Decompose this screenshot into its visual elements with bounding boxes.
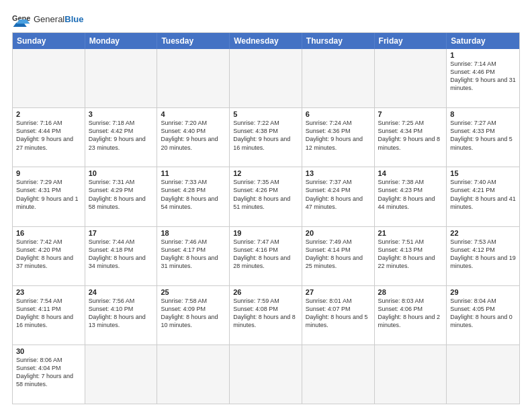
calendar-cell: 9Sunrise: 7:29 AM Sunset: 4:31 PM Daylig…: [13, 167, 85, 226]
calendar-cell: [447, 345, 519, 404]
generalblue-logo-icon: General: [12, 12, 31, 27]
day-number: 14: [378, 169, 443, 177]
day-info: Sunrise: 7:27 AM Sunset: 4:33 PM Dayligh…: [450, 119, 516, 152]
calendar-cell: 13Sunrise: 7:37 AM Sunset: 4:24 PM Dayli…: [302, 167, 375, 226]
day-info: Sunrise: 8:01 AM Sunset: 4:07 PM Dayligh…: [306, 297, 371, 330]
day-info: Sunrise: 7:37 AM Sunset: 4:24 PM Dayligh…: [306, 178, 371, 211]
day-info: Sunrise: 7:24 AM Sunset: 4:36 PM Dayligh…: [306, 119, 371, 152]
day-number: 6: [306, 110, 371, 118]
day-number: 18: [161, 229, 226, 237]
day-number: 8: [450, 110, 516, 118]
day-of-week-saturday: Saturday: [447, 33, 519, 49]
day-number: 16: [16, 229, 81, 237]
day-number: 22: [450, 229, 516, 237]
calendar-cell: [85, 49, 158, 107]
calendar-row-4: 16Sunrise: 7:42 AM Sunset: 4:20 PM Dayli…: [13, 226, 519, 285]
day-info: Sunrise: 7:49 AM Sunset: 4:14 PM Dayligh…: [306, 238, 371, 271]
day-of-week-friday: Friday: [375, 33, 447, 49]
calendar-row-3: 9Sunrise: 7:29 AM Sunset: 4:31 PM Daylig…: [13, 167, 519, 226]
calendar-cell: 28Sunrise: 8:03 AM Sunset: 4:06 PM Dayli…: [375, 286, 447, 345]
day-info: Sunrise: 8:06 AM Sunset: 4:04 PM Dayligh…: [16, 356, 81, 389]
day-info: Sunrise: 7:47 AM Sunset: 4:16 PM Dayligh…: [233, 238, 298, 271]
calendar-cell: 6Sunrise: 7:24 AM Sunset: 4:36 PM Daylig…: [302, 108, 375, 167]
calendar-row-2: 2Sunrise: 7:16 AM Sunset: 4:44 PM Daylig…: [13, 107, 519, 167]
day-info: Sunrise: 7:38 AM Sunset: 4:23 PM Dayligh…: [378, 178, 443, 211]
day-info: Sunrise: 7:18 AM Sunset: 4:42 PM Dayligh…: [89, 119, 154, 152]
day-number: 3: [89, 110, 154, 118]
calendar-cell: 8Sunrise: 7:27 AM Sunset: 4:33 PM Daylig…: [447, 108, 519, 167]
day-info: Sunrise: 8:04 AM Sunset: 4:05 PM Dayligh…: [450, 297, 516, 330]
day-number: 30: [16, 347, 81, 355]
calendar-cell: 5Sunrise: 7:22 AM Sunset: 4:38 PM Daylig…: [230, 108, 302, 167]
calendar-cell: [157, 345, 230, 404]
calendar-cell: 20Sunrise: 7:49 AM Sunset: 4:14 PM Dayli…: [302, 227, 375, 285]
day-number: 28: [378, 288, 443, 296]
day-number: 12: [233, 169, 298, 177]
day-info: Sunrise: 7:14 AM Sunset: 4:46 PM Dayligh…: [450, 60, 516, 93]
calendar-cell: 25Sunrise: 7:58 AM Sunset: 4:09 PM Dayli…: [157, 286, 230, 345]
calendar-cell: 26Sunrise: 7:59 AM Sunset: 4:08 PM Dayli…: [230, 286, 302, 345]
calendar-cell: [13, 49, 85, 107]
calendar-page: General GeneralBlue SundayMondayTuesdayW…: [0, 0, 532, 411]
calendar-cell: 17Sunrise: 7:44 AM Sunset: 4:18 PM Dayli…: [85, 227, 158, 285]
calendar-row-6: 30Sunrise: 8:06 AM Sunset: 4:04 PM Dayli…: [13, 345, 519, 404]
logo-general: General: [34, 14, 64, 24]
day-number: 21: [378, 229, 443, 237]
calendar-cell: [302, 49, 375, 107]
logo: General GeneralBlue: [12, 12, 83, 27]
calendar-cell: 18Sunrise: 7:46 AM Sunset: 4:17 PM Dayli…: [157, 227, 230, 285]
calendar-row-1: 1Sunrise: 7:14 AM Sunset: 4:46 PM Daylig…: [13, 49, 519, 107]
day-info: Sunrise: 7:22 AM Sunset: 4:38 PM Dayligh…: [233, 119, 298, 152]
day-number: 11: [161, 169, 226, 177]
day-info: Sunrise: 7:33 AM Sunset: 4:28 PM Dayligh…: [161, 178, 226, 211]
calendar-cell: 10Sunrise: 7:31 AM Sunset: 4:29 PM Dayli…: [85, 167, 158, 226]
day-info: Sunrise: 7:51 AM Sunset: 4:13 PM Dayligh…: [378, 238, 443, 271]
day-number: 5: [233, 110, 298, 118]
calendar-cell: 29Sunrise: 8:04 AM Sunset: 4:05 PM Dayli…: [447, 286, 519, 345]
calendar-cell: 16Sunrise: 7:42 AM Sunset: 4:20 PM Dayli…: [13, 227, 85, 285]
calendar-cell: [230, 49, 302, 107]
calendar-cell: 27Sunrise: 8:01 AM Sunset: 4:07 PM Dayli…: [302, 286, 375, 345]
calendar-cell: 12Sunrise: 7:35 AM Sunset: 4:26 PM Dayli…: [230, 167, 302, 226]
calendar-cell: 19Sunrise: 7:47 AM Sunset: 4:16 PM Dayli…: [230, 227, 302, 285]
day-of-week-thursday: Thursday: [302, 33, 375, 49]
day-info: Sunrise: 7:31 AM Sunset: 4:29 PM Dayligh…: [89, 178, 154, 211]
calendar-cell: [302, 345, 375, 404]
day-number: 20: [306, 229, 371, 237]
day-number: 10: [89, 169, 154, 177]
day-number: 4: [161, 110, 226, 118]
day-number: 7: [378, 110, 443, 118]
calendar-row-5: 23Sunrise: 7:54 AM Sunset: 4:11 PM Dayli…: [13, 285, 519, 345]
day-info: Sunrise: 7:59 AM Sunset: 4:08 PM Dayligh…: [233, 297, 298, 330]
calendar-cell: 23Sunrise: 7:54 AM Sunset: 4:11 PM Dayli…: [13, 286, 85, 345]
day-info: Sunrise: 7:54 AM Sunset: 4:11 PM Dayligh…: [16, 297, 81, 330]
day-number: 2: [16, 110, 81, 118]
day-of-week-monday: Monday: [85, 33, 158, 49]
calendar-cell: 4Sunrise: 7:20 AM Sunset: 4:40 PM Daylig…: [157, 108, 230, 167]
calendar-cell: 15Sunrise: 7:40 AM Sunset: 4:21 PM Dayli…: [447, 167, 519, 226]
day-number: 13: [306, 169, 371, 177]
calendar-cell: [85, 345, 158, 404]
calendar-cell: [230, 345, 302, 404]
calendar-grid: SundayMondayTuesdayWednesdayThursdayFrid…: [12, 32, 520, 404]
day-info: Sunrise: 7:20 AM Sunset: 4:40 PM Dayligh…: [161, 119, 226, 152]
day-number: 9: [16, 169, 81, 177]
day-number: 24: [89, 288, 154, 296]
calendar-cell: 7Sunrise: 7:25 AM Sunset: 4:34 PM Daylig…: [375, 108, 447, 167]
calendar-cell: [375, 49, 447, 107]
calendar-cell: 14Sunrise: 7:38 AM Sunset: 4:23 PM Dayli…: [375, 167, 447, 226]
calendar-header: SundayMondayTuesdayWednesdayThursdayFrid…: [13, 33, 519, 49]
day-of-week-sunday: Sunday: [13, 33, 85, 49]
day-of-week-tuesday: Tuesday: [157, 33, 230, 49]
day-info: Sunrise: 7:42 AM Sunset: 4:20 PM Dayligh…: [16, 238, 81, 271]
day-number: 26: [233, 288, 298, 296]
calendar-cell: 24Sunrise: 7:56 AM Sunset: 4:10 PM Dayli…: [85, 286, 158, 345]
calendar-cell: 22Sunrise: 7:53 AM Sunset: 4:12 PM Dayli…: [447, 227, 519, 285]
day-of-week-wednesday: Wednesday: [230, 33, 302, 49]
day-info: Sunrise: 7:44 AM Sunset: 4:18 PM Dayligh…: [89, 238, 154, 271]
calendar-cell: 11Sunrise: 7:33 AM Sunset: 4:28 PM Dayli…: [157, 167, 230, 226]
day-number: 25: [161, 288, 226, 296]
day-number: 1: [450, 51, 516, 59]
day-number: 15: [450, 169, 516, 177]
day-number: 29: [450, 288, 516, 296]
